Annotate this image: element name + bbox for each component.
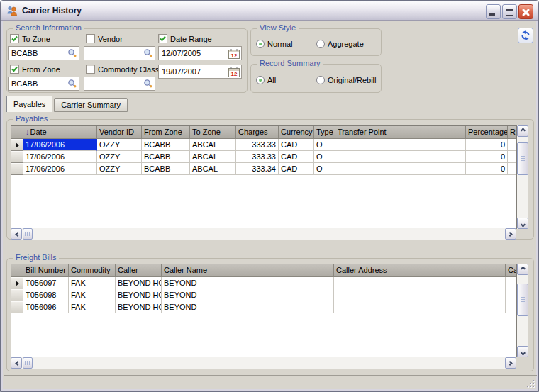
grid-cell[interactable]: CAD xyxy=(279,163,314,175)
grid-cell[interactable]: O xyxy=(314,139,335,151)
refresh-button[interactable] xyxy=(518,28,533,43)
grid-cell[interactable]: CAD xyxy=(279,151,314,163)
tab-payables[interactable]: Payables xyxy=(6,96,52,112)
radio-icon[interactable] xyxy=(316,76,325,84)
grid-cell[interactable]: ABCAL xyxy=(190,139,236,151)
grid-row[interactable]: 17/06/2006OZZYBCABBABCAL333.33CADO0 xyxy=(11,151,516,163)
title-bar[interactable]: Carrier History xyxy=(1,1,538,21)
date-from-field[interactable]: 12/07/2005 12 xyxy=(158,46,242,60)
grid-cell[interactable]: 17/06/2006 xyxy=(23,151,97,163)
grid-cell[interactable]: O xyxy=(314,151,335,163)
grid-cell[interactable]: 333.33 xyxy=(236,151,279,163)
grid-cell[interactable]: T056098 xyxy=(23,289,69,301)
row-selector[interactable] xyxy=(11,163,23,175)
column-header[interactable]: Currency xyxy=(279,126,314,139)
grid-cell[interactable]: 333.34 xyxy=(236,163,279,175)
all-radio[interactable]: All xyxy=(256,76,276,84)
payables-vertical-scrollbar[interactable] xyxy=(517,125,528,229)
grid-cell[interactable]: OZZY xyxy=(97,139,142,151)
from-zone-field[interactable]: BCABB xyxy=(8,77,79,91)
vendor-field[interactable] xyxy=(84,46,155,60)
grid-cell[interactable] xyxy=(506,301,517,313)
checkbox-icon[interactable] xyxy=(10,34,19,43)
row-selector[interactable] xyxy=(11,277,23,289)
grid-cell[interactable] xyxy=(508,139,517,151)
grid-cell[interactable] xyxy=(508,163,517,175)
grid-cell[interactable]: BEYOND HOP xyxy=(116,277,162,289)
grid-cell[interactable]: CAD xyxy=(279,139,314,151)
grid-cell[interactable]: 333.33 xyxy=(236,139,279,151)
calendar-icon[interactable]: 12 xyxy=(228,67,240,77)
radio-icon[interactable] xyxy=(316,40,325,48)
calendar-icon[interactable]: 12 xyxy=(228,48,240,59)
tab-carrier-summary[interactable]: Carrier Summary xyxy=(54,98,128,112)
column-header[interactable]: Call xyxy=(506,264,517,277)
grid-cell[interactable]: BCABB xyxy=(142,139,190,151)
column-header[interactable]: ↓Date xyxy=(23,126,97,139)
row-selector[interactable] xyxy=(11,151,23,163)
normal-radio[interactable]: Normal xyxy=(256,40,292,48)
grid-cell[interactable]: BEYOND HOP xyxy=(116,301,162,313)
column-header[interactable]: Type xyxy=(314,126,335,139)
grid-cell[interactable]: BEYOND xyxy=(162,289,334,301)
column-header[interactable]: Charges xyxy=(236,126,279,139)
grid-cell[interactable]: BCABB xyxy=(142,151,190,163)
grid-cell[interactable]: 0 xyxy=(466,163,508,175)
scroll-down-button[interactable] xyxy=(517,346,528,357)
maximize-button[interactable] xyxy=(502,4,517,19)
grid-row[interactable]: 17/06/2006OZZYBCABBABCAL333.33CADO0 xyxy=(11,139,516,151)
grid-cell[interactable]: FAK xyxy=(69,289,116,301)
grid-cell[interactable]: FAK xyxy=(69,277,116,289)
grid-cell[interactable] xyxy=(334,301,506,313)
freight-horizontal-scrollbar[interactable] xyxy=(11,357,516,369)
scroll-down-button[interactable] xyxy=(517,218,528,229)
grid-row[interactable]: T056097FAKBEYOND HOPBEYOND xyxy=(11,277,516,289)
checkbox-icon[interactable] xyxy=(158,34,167,43)
grid-cell[interactable] xyxy=(334,289,506,301)
grid-cell[interactable] xyxy=(506,277,517,289)
original-rebill-radio[interactable]: Original/Rebill xyxy=(316,76,376,84)
column-header[interactable]: Vendor ID xyxy=(97,126,142,139)
grid-cell[interactable]: ABCAL xyxy=(190,151,236,163)
grid-cell[interactable]: OZZY xyxy=(97,151,142,163)
row-selector[interactable] xyxy=(11,139,23,151)
column-header[interactable]: Percentage xyxy=(466,126,508,139)
scrollbar-thumb[interactable] xyxy=(517,284,528,316)
grid-cell[interactable] xyxy=(334,277,506,289)
freight-vertical-scrollbar[interactable] xyxy=(517,264,528,357)
row-selector[interactable] xyxy=(11,289,23,301)
grid-row[interactable]: 17/06/2006OZZYBCABBABCAL333.34CADO0 xyxy=(11,163,516,175)
commodity-class-field[interactable] xyxy=(84,77,155,91)
checkbox-icon[interactable] xyxy=(86,65,95,74)
grid-cell[interactable]: T056096 xyxy=(23,301,69,313)
column-header[interactable]: Caller xyxy=(116,264,162,277)
lookup-icon[interactable] xyxy=(67,79,77,89)
from-zone-checkbox[interactable]: From Zone xyxy=(10,65,60,74)
grid-cell[interactable]: 17/06/2006 xyxy=(23,163,97,175)
date-range-checkbox[interactable]: Date Range xyxy=(158,34,212,43)
lookup-icon[interactable] xyxy=(143,79,153,89)
commodity-class-checkbox[interactable]: Commodity Class xyxy=(86,65,159,74)
grid-cell[interactable]: BEYOND HOP xyxy=(116,289,162,301)
row-selector[interactable] xyxy=(11,301,23,313)
column-header[interactable]: Transfer Point xyxy=(335,126,466,139)
lookup-icon[interactable] xyxy=(67,48,77,58)
payables-horizontal-scrollbar[interactable] xyxy=(11,228,516,240)
column-header[interactable]: Commodity xyxy=(69,264,116,277)
radio-icon[interactable] xyxy=(256,40,265,48)
scroll-up-button[interactable] xyxy=(517,264,528,275)
grid-cell[interactable]: 0 xyxy=(466,151,508,163)
grid-cell[interactable]: 17/06/2006 xyxy=(23,139,97,151)
grid-cell[interactable]: FAK xyxy=(69,301,116,313)
to-zone-checkbox[interactable]: To Zone xyxy=(10,34,50,43)
grid-cell[interactable]: O xyxy=(314,163,335,175)
column-header[interactable]: To Zone xyxy=(190,126,236,139)
scroll-left-button[interactable] xyxy=(11,228,22,240)
grid-cell[interactable] xyxy=(335,139,466,151)
grid-cell[interactable] xyxy=(335,163,466,175)
date-to-field[interactable]: 19/07/2007 12 xyxy=(158,65,242,79)
grid-cell[interactable] xyxy=(335,151,466,163)
lookup-icon[interactable] xyxy=(143,48,153,58)
scroll-up-button[interactable] xyxy=(517,125,528,137)
minimize-button[interactable] xyxy=(486,4,501,19)
